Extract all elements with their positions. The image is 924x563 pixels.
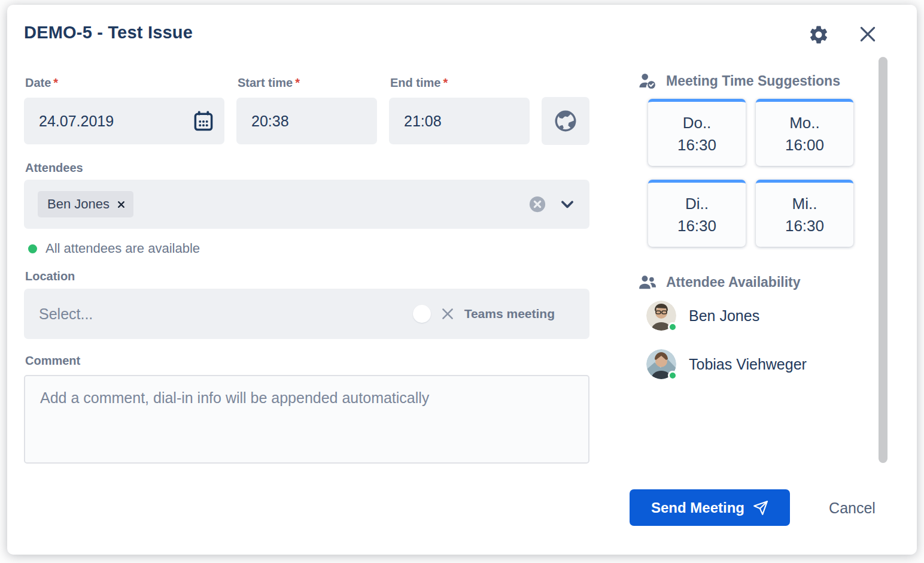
start-time-value: 20:38 (251, 113, 289, 130)
send-meeting-label: Send Meeting (651, 500, 744, 516)
location-placeholder: Select... (39, 305, 93, 323)
required-marker: * (295, 76, 300, 89)
attendee-name: Ben Jones (689, 307, 759, 325)
suggestions-header: Meeting Time Suggestions (638, 72, 840, 90)
attendees-label: Attendees (25, 161, 83, 175)
settings-button[interactable] (806, 22, 831, 47)
suggestion-day: Di.. (685, 195, 709, 213)
teams-toggle[interactable] (413, 305, 431, 323)
meeting-dialog: DEMO-5 - Test Issue Date* Start time* En… (7, 5, 917, 555)
teams-clear-icon[interactable] (440, 306, 455, 322)
suggestion-card[interactable]: Mi.. 16:30 (756, 180, 853, 247)
suggestion-day: Do.. (683, 114, 712, 132)
start-time-input[interactable]: 20:38 (236, 98, 377, 144)
comment-input[interactable] (24, 375, 589, 464)
avatar (646, 349, 676, 379)
attendee-name: Tobias Viehweger (689, 356, 807, 373)
required-marker: * (53, 76, 58, 89)
gear-icon (808, 24, 829, 46)
suggestion-card[interactable]: Di.. 16:30 (648, 180, 746, 247)
attendee-chip[interactable]: Ben Jones (38, 191, 133, 217)
chevron-down-icon[interactable] (558, 195, 576, 213)
globe-icon (553, 108, 578, 134)
send-meeting-button[interactable]: Send Meeting (630, 489, 790, 526)
attendee-availability-row: Ben Jones (646, 301, 759, 331)
attendees-select[interactable]: Ben Jones (24, 180, 589, 229)
suggestion-time: 16:30 (677, 136, 716, 155)
date-label: Date* (25, 76, 58, 90)
suggestion-day: Mi.. (792, 195, 817, 213)
availability-header: Attendee Availability (638, 273, 801, 291)
presence-available-icon (668, 371, 677, 380)
close-icon (858, 24, 878, 44)
cancel-button[interactable]: Cancel (816, 497, 888, 519)
required-marker: * (443, 76, 448, 89)
available-dot-icon (28, 244, 37, 253)
end-time-label: End time* (390, 76, 448, 90)
date-value: 24.07.2019 (39, 113, 114, 130)
location-select[interactable]: Select... Teams meeting (24, 289, 589, 339)
availability-title: Attendee Availability (666, 274, 801, 290)
end-time-value: 21:08 (404, 113, 442, 130)
comment-label: Comment (25, 354, 80, 368)
suggestion-card[interactable]: Mo.. 16:00 (756, 99, 853, 166)
suggestion-time: 16:00 (785, 136, 824, 155)
remove-attendee-icon[interactable] (117, 200, 126, 209)
send-icon (753, 500, 768, 516)
end-time-input[interactable]: 21:08 (389, 98, 530, 144)
suggestion-day: Mo.. (789, 114, 820, 132)
teams-meeting-control: Teams meeting (413, 305, 555, 323)
suggestions-title: Meeting Time Suggestions (666, 73, 840, 89)
availability-note-text: All attendees are available (45, 241, 200, 256)
start-time-label: Start time* (238, 76, 300, 90)
suggestion-time: 16:30 (677, 217, 716, 235)
scrollbar-thumb[interactable] (879, 57, 887, 463)
location-label: Location (25, 270, 75, 283)
calendar-icon[interactable] (192, 110, 215, 132)
availability-note: All attendees are available (28, 241, 200, 256)
avatar (646, 301, 676, 331)
timezone-button[interactable] (542, 97, 589, 145)
clear-attendees-icon[interactable] (528, 195, 546, 213)
suggestion-time: 16:30 (785, 217, 824, 235)
dialog-title: DEMO-5 - Test Issue (24, 23, 193, 43)
user-check-icon (638, 72, 657, 90)
presence-available-icon (668, 322, 677, 332)
teams-meeting-label: Teams meeting (464, 307, 555, 321)
users-icon (638, 273, 657, 291)
close-button[interactable] (855, 22, 880, 47)
attendee-chip-name: Ben Jones (47, 196, 110, 212)
screen: DEMO-5 - Test Issue Date* Start time* En… (0, 0, 924, 563)
date-input[interactable]: 24.07.2019 (24, 98, 224, 144)
suggestion-card[interactable]: Do.. 16:30 (648, 99, 746, 166)
attendee-availability-row: Tobias Viehweger (646, 349, 807, 379)
